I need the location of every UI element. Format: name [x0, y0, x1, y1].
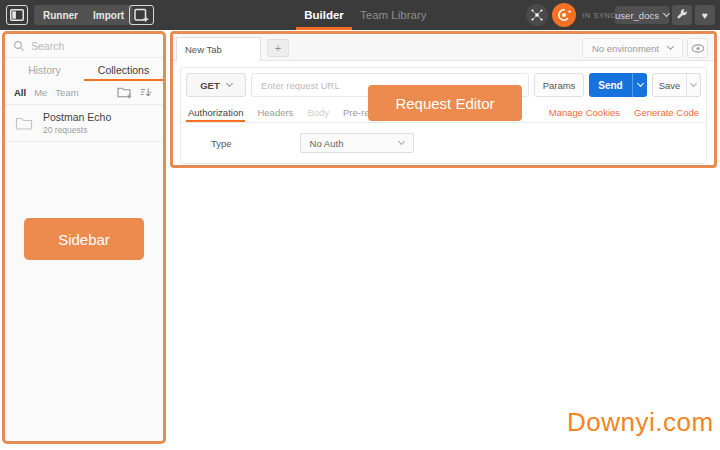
authorization-panel: Type No Auth: [181, 123, 706, 163]
request-tab-new-tab[interactable]: New Tab: [176, 37, 261, 61]
eye-icon: [691, 44, 705, 53]
tab-body-label: Body: [307, 107, 329, 118]
auth-type-dropdown[interactable]: No Auth: [300, 133, 414, 153]
add-tab-button[interactable]: +: [267, 39, 289, 57]
plus-icon: +: [275, 42, 281, 54]
tab-headers-label: Headers: [257, 107, 293, 118]
filter-me[interactable]: Me: [34, 87, 47, 98]
auth-type-value: No Auth: [310, 138, 344, 149]
collection-text: Postman Echo 20 requests: [43, 111, 111, 135]
new-folder-icon[interactable]: [117, 86, 132, 99]
sidebar-region: History Collections All Me Team Postman …: [2, 31, 166, 444]
chevron-down-icon: [690, 79, 697, 86]
new-window-button[interactable]: [129, 5, 154, 25]
request-tabstrip: New Tab + No environment: [173, 34, 714, 61]
environment-dropdown[interactable]: No environment: [582, 38, 683, 58]
save-options-caret[interactable]: [686, 74, 700, 96]
collection-item-postman-echo[interactable]: Postman Echo 20 requests: [5, 105, 163, 142]
runner-label: Runner: [43, 10, 78, 21]
tab-authorization[interactable]: Authorization: [188, 102, 243, 122]
collection-name: Postman Echo: [43, 111, 111, 123]
builder-active-underline: [296, 27, 352, 30]
request-editor-annotation-label: Request Editor: [368, 85, 522, 121]
search-icon: [13, 40, 25, 52]
chevron-down-icon: [398, 137, 405, 144]
tab-headers[interactable]: Headers: [257, 102, 293, 122]
method-value: GET: [200, 80, 220, 91]
tab-team-library[interactable]: Team Library: [360, 0, 426, 30]
auth-type-label: Type: [211, 138, 232, 149]
tab-builder-label: Builder: [304, 9, 344, 21]
new-window-icon: [134, 8, 149, 22]
environment-preview-button[interactable]: [687, 38, 708, 58]
sort-icon[interactable]: [140, 87, 154, 99]
chevron-down-icon: [667, 42, 674, 49]
sync-status-button[interactable]: [552, 3, 576, 27]
sidebar-annotation-label: Sidebar: [24, 218, 144, 260]
tab-builder[interactable]: Builder: [296, 0, 352, 30]
send-options-caret[interactable]: [632, 73, 647, 97]
tab-history[interactable]: History: [5, 58, 84, 81]
chevron-down-icon: [226, 79, 233, 86]
account-dropdown[interactable]: user_docs: [615, 6, 669, 24]
send-label: Send: [589, 73, 632, 97]
sidebar-search-row: [5, 34, 163, 58]
favorite-heart-button[interactable]: ♥: [695, 5, 715, 25]
watermark: Downyi.com: [567, 407, 714, 438]
request-editor-region: New Tab + No environment GET Params: [170, 31, 717, 168]
proxy-capture-button[interactable]: [526, 4, 548, 26]
sidebar-toggle-icon: [10, 9, 24, 21]
params-label: Params: [543, 80, 576, 91]
environment-value: No environment: [592, 43, 659, 54]
runner-button[interactable]: Runner: [34, 5, 87, 25]
save-label: Save: [653, 74, 686, 96]
tab-body[interactable]: Body: [307, 102, 329, 122]
save-button[interactable]: Save: [652, 73, 701, 97]
method-dropdown[interactable]: GET: [186, 73, 246, 97]
sidebar-annotation-text: Sidebar: [58, 231, 110, 248]
import-label: Import: [93, 10, 124, 21]
tab-team-library-label: Team Library: [360, 9, 426, 21]
request-tab-label: New Tab: [185, 44, 222, 55]
search-input[interactable]: [31, 40, 141, 52]
account-name: user_docs: [615, 10, 659, 21]
tab-history-label: History: [28, 64, 61, 76]
request-editor-annotation-text: Request Editor: [395, 95, 494, 112]
params-button[interactable]: Params: [534, 73, 584, 97]
filter-all[interactable]: All: [14, 87, 26, 98]
tab-collections[interactable]: Collections: [84, 58, 163, 81]
collection-request-count: 20 requests: [43, 125, 111, 135]
satellite-icon: [529, 7, 545, 23]
manage-cookies-link[interactable]: Manage Cookies: [549, 107, 620, 118]
sync-status-text: IN SYNC: [582, 11, 617, 20]
sidebar-toggle-button[interactable]: [6, 5, 28, 25]
tab-authorization-label: Authorization: [188, 107, 243, 118]
filter-team[interactable]: Team: [55, 87, 78, 98]
settings-wrench-button[interactable]: [672, 5, 692, 25]
tab-collections-label: Collections: [98, 64, 149, 76]
send-button[interactable]: Send: [589, 73, 647, 97]
folder-icon: [15, 116, 33, 131]
collection-filter-row: All Me Team: [5, 81, 163, 105]
app-header: Runner Import Builder Team Library: [0, 0, 720, 30]
sidebar-tabs: History Collections: [5, 58, 163, 81]
generate-code-link[interactable]: Generate Code: [634, 107, 699, 118]
chevron-down-icon: [636, 79, 643, 86]
import-button[interactable]: Import: [84, 5, 133, 25]
heart-icon: ♥: [702, 10, 708, 21]
wrench-icon: [676, 9, 688, 21]
collections-active-underline: [84, 79, 163, 81]
sync-icon: [555, 6, 573, 24]
chevron-down-icon: [663, 9, 670, 16]
